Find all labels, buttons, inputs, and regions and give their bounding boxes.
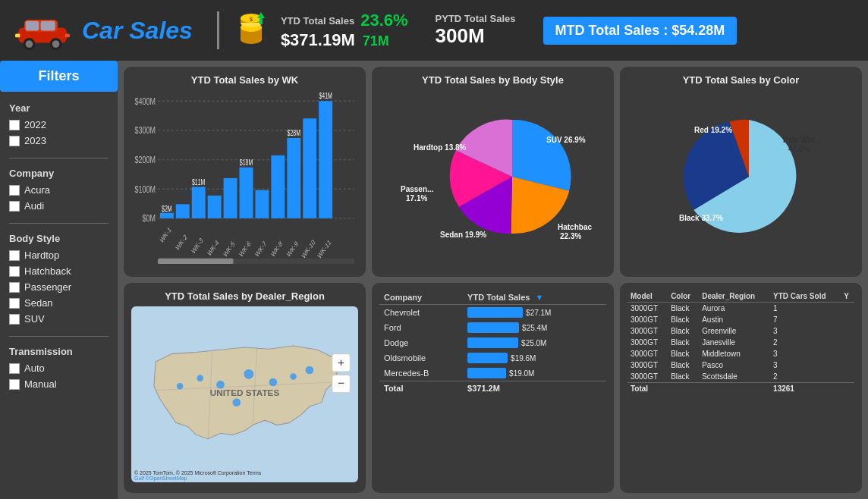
detail-sold: 1 — [770, 303, 841, 315]
svg-text:Black 33.7%: Black 33.7% — [679, 214, 723, 222]
label-sedan: Sedan — [24, 297, 53, 309]
company-table-row: Mercedes-B $19.0M — [379, 366, 606, 381]
detail-sold: 3 — [770, 359, 841, 371]
svg-rect-7 — [41, 20, 55, 30]
bar-value: $27.1M — [526, 309, 551, 317]
checkbox-auto[interactable] — [9, 363, 20, 374]
detail-color: Black — [668, 314, 699, 325]
svg-rect-31 — [176, 204, 190, 218]
svg-text:$11M: $11M — [192, 177, 205, 187]
svg-rect-28 — [160, 213, 174, 218]
ytd-label: YTD Total Sales — [281, 15, 354, 27]
svg-text:Hardtop 13.8%: Hardtop 13.8% — [414, 143, 467, 152]
map-title: YTD Total Sales by Dealer_Region — [131, 290, 358, 302]
sidebar-item-manual[interactable]: Manual — [9, 376, 108, 392]
sidebar-item-hatchback[interactable]: Hatchback — [9, 263, 108, 279]
filters-button[interactable]: Filters — [0, 61, 118, 92]
svg-text:$28M: $28M — [288, 129, 300, 138]
detail-model: 3000GT — [627, 303, 668, 315]
svg-point-79 — [177, 383, 184, 390]
body-style-section-title: Body Style — [9, 233, 108, 244]
checkbox-2023[interactable] — [9, 136, 20, 146]
sort-icon[interactable]: ▼ — [535, 293, 543, 302]
svg-text:WK-2: WK-2 — [175, 233, 188, 253]
detail-y — [841, 348, 854, 359]
checkbox-suv[interactable] — [9, 314, 20, 325]
sidebar-item-sedan[interactable]: Sedan — [9, 295, 108, 311]
pytd-value: 300M — [436, 24, 516, 48]
detail-table-card: Model Color Dealer_Region YTD Cars Sold … — [620, 283, 862, 493]
sidebar: Filters Year 2022 2023 Company Acura Aud… — [0, 61, 118, 499]
detail-color: Black — [668, 348, 699, 359]
svg-point-74 — [197, 375, 203, 381]
svg-text:WK-6: WK-6 — [238, 239, 252, 259]
checkbox-hatchback[interactable] — [9, 266, 20, 277]
svg-point-76 — [269, 378, 278, 387]
checkbox-sedan[interactable] — [9, 298, 20, 309]
svg-text:47.0%: 47.0% — [788, 145, 810, 153]
company-bar-cell: $25.0M — [463, 335, 606, 350]
svg-rect-8 — [15, 33, 20, 37]
company-name: Dodge — [379, 335, 463, 350]
company-bar-cell: $19.6M — [463, 350, 606, 366]
detail-sold: 3 — [770, 348, 841, 359]
sidebar-item-passenger[interactable]: Passenger — [9, 279, 108, 295]
checkbox-passenger[interactable] — [9, 282, 20, 293]
label-2023: 2023 — [24, 135, 46, 146]
col-sold: YTD Cars Sold — [770, 290, 841, 303]
bar-value: $19.6M — [511, 354, 536, 362]
mtd-badge: MTD Total Sales : $54.28M — [543, 17, 737, 45]
sidebar-item-suv[interactable]: SUV — [9, 311, 108, 327]
ytd-pct: 23.6% — [360, 11, 407, 30]
year-section-title: Year — [9, 102, 108, 114]
svg-rect-40 — [240, 168, 253, 218]
sidebar-divider-1 — [9, 158, 108, 158]
main-layout: Filters Year 2022 2023 Company Acura Aud… — [0, 61, 868, 499]
color-pie: Pale Whi... 47.0% Black 33.7% Red 19.2% — [627, 90, 854, 262]
svg-text:+: + — [338, 356, 344, 369]
sidebar-item-2023[interactable]: 2023 — [9, 133, 108, 149]
svg-point-5 — [52, 40, 60, 48]
col-company: Company — [379, 290, 463, 305]
bar-value: $19.0M — [509, 369, 534, 378]
detail-y — [841, 359, 854, 371]
sidebar-item-2022[interactable]: 2022 — [9, 117, 108, 133]
total-label: Total — [379, 381, 463, 396]
ytd-wk-chart: $400M $300M $200M $100M $0M $2M WK-1 WK-… — [131, 90, 358, 264]
svg-point-73 — [216, 381, 225, 389]
sidebar-item-hardtop[interactable]: Hardtop — [9, 247, 108, 263]
company-name: Mercedes-B — [379, 366, 463, 381]
ytd-wk-card: YTD Total Sales by WK $400M $300M $200M … — [124, 67, 366, 277]
svg-text:Pale Whi...: Pale Whi... — [783, 136, 821, 144]
car-icon — [12, 10, 73, 52]
color-card: YTD Total Sales by Color Pale Whi... 47.… — [620, 67, 862, 277]
checkbox-hardtop[interactable] — [9, 250, 20, 261]
checkbox-2022[interactable] — [9, 120, 20, 130]
detail-y — [841, 314, 854, 325]
company-table: Company YTD Total Sales ▼ Chevrolet $27.… — [379, 290, 606, 395]
label-2022: 2022 — [24, 119, 46, 130]
detail-color: Black — [668, 337, 699, 348]
svg-text:Sedan 19.9%: Sedan 19.9% — [440, 231, 486, 239]
svg-text:$: $ — [250, 17, 253, 23]
sidebar-item-acura[interactable]: Acura — [9, 182, 108, 198]
detail-region: Greenville — [699, 325, 770, 337]
checkbox-audi[interactable] — [9, 201, 20, 212]
sidebar-year-section: Year 2022 2023 — [0, 98, 118, 153]
svg-text:$400M: $400M — [135, 96, 156, 106]
color-title: YTD Total Sales by Color — [627, 74, 854, 86]
svg-rect-9 — [65, 33, 70, 37]
pytd-label: PYTD Total Sales — [436, 13, 516, 24]
svg-point-77 — [290, 373, 297, 380]
sidebar-item-audi[interactable]: Audi — [9, 198, 108, 214]
transmission-section-title: Transmission — [9, 346, 108, 357]
detail-color: Black — [668, 359, 699, 371]
bar-fill — [467, 322, 519, 333]
detail-y — [841, 303, 854, 315]
sidebar-item-auto[interactable]: Auto — [9, 360, 108, 376]
label-audi: Audi — [24, 200, 44, 212]
checkbox-acura[interactable] — [9, 185, 20, 196]
checkbox-manual[interactable] — [9, 379, 20, 390]
svg-text:WK-3: WK-3 — [190, 236, 204, 256]
svg-text:−: − — [338, 376, 344, 389]
